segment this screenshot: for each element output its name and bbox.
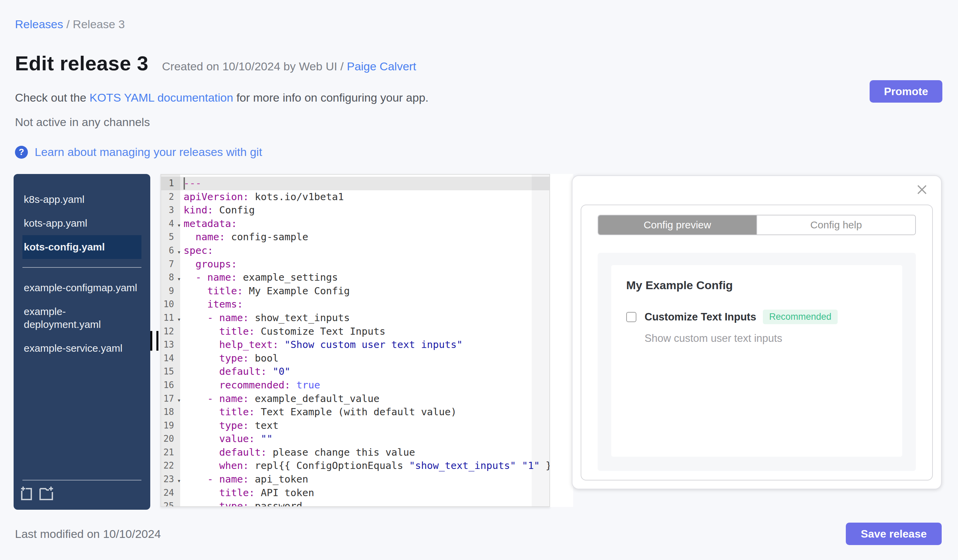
- code-line-content: spec:: [180, 244, 549, 258]
- line-number: 17▾: [161, 392, 180, 406]
- code-line-4[interactable]: 4▾metadata:: [161, 217, 549, 231]
- line-number: 2: [161, 190, 180, 204]
- doc-text-prefix: Check out the: [15, 91, 89, 104]
- code-line-1[interactable]: 1---: [161, 177, 549, 190]
- sidebar-file-k8s-app.yaml[interactable]: k8s-app.yaml: [22, 188, 141, 211]
- fold-arrow-icon[interactable]: ▾: [177, 474, 181, 487]
- config-card: My Example Config Customize Text Inputs …: [611, 265, 902, 457]
- config-preview-panel: Config previewConfig help My Example Con…: [572, 176, 942, 489]
- code-line-9[interactable]: 9 title: My Example Config: [161, 285, 549, 298]
- resize-bar: [156, 331, 159, 351]
- config-item-label: Customize Text Inputs: [645, 311, 756, 323]
- code-line-content: title: My Example Config: [180, 285, 549, 298]
- author-link[interactable]: Paige Calvert: [347, 60, 416, 73]
- tab-config-help[interactable]: Config help: [757, 215, 915, 234]
- line-number: 21: [161, 446, 180, 459]
- code-line-19[interactable]: 19 type: text: [161, 419, 549, 433]
- code-line-23[interactable]: 23▾ - name: api_token: [161, 473, 549, 486]
- fold-arrow-icon[interactable]: ▾: [177, 245, 181, 259]
- code-line-7[interactable]: 7 groups:: [161, 258, 549, 271]
- code-line-content: apiVersion: kots.io/v1beta1: [180, 190, 549, 204]
- line-number: 10: [161, 298, 180, 311]
- channel-status: Not active in any channels: [15, 115, 150, 129]
- fold-arrow-icon[interactable]: ▾: [177, 218, 181, 232]
- code-line-16[interactable]: 16 recommended: true: [161, 378, 549, 392]
- code-line-content: value: "": [180, 432, 549, 446]
- git-docs-link[interactable]: Learn about managing your releases with …: [35, 146, 262, 159]
- code-line-content: title: Text Example (with default value): [180, 405, 549, 419]
- file-list: k8s-app.yamlkots-app.yamlkots-config.yam…: [14, 188, 150, 360]
- code-line-20[interactable]: 20 value: "": [161, 432, 549, 446]
- line-number: 20: [161, 432, 180, 446]
- close-icon[interactable]: [915, 183, 929, 196]
- line-number: 18: [161, 405, 180, 419]
- editor-scrollbar[interactable]: [532, 175, 549, 506]
- line-number: 9: [161, 285, 180, 298]
- yaml-code-editor[interactable]: 1---2apiVersion: kots.io/v1beta13kind: C…: [160, 174, 550, 507]
- tab-config-preview[interactable]: Config preview: [598, 215, 757, 234]
- line-number: 12: [161, 325, 180, 339]
- code-line-13[interactable]: 13 help_text: "Show custom user text inp…: [161, 338, 549, 352]
- code-line-content: help_text: "Show custom user text inputs…: [180, 338, 549, 352]
- kots-yaml-doc-link[interactable]: KOTS YAML documentation: [89, 91, 233, 104]
- sidebar-file-kots-config.yaml[interactable]: kots-config.yaml: [22, 235, 141, 259]
- code-line-17[interactable]: 17▾ - name: example_default_value: [161, 392, 549, 406]
- code-line-content: type: bool: [180, 352, 549, 365]
- sidebar-file-kots-app.yaml[interactable]: kots-app.yaml: [22, 211, 141, 235]
- code-line-5[interactable]: 5 name: config-sample: [161, 230, 549, 244]
- breadcrumb-current: Release 3: [73, 18, 125, 30]
- code-line-25[interactable]: 25 type: password: [161, 500, 549, 507]
- config-item-help-text: Show custom user text inputs: [645, 332, 887, 345]
- title-row: Edit release 3 Created on 10/10/2024 by …: [15, 52, 416, 75]
- code-line-content: recommended: true: [180, 378, 549, 392]
- code-line-2[interactable]: 2apiVersion: kots.io/v1beta1: [161, 190, 549, 204]
- code-line-10[interactable]: 10 items:: [161, 298, 549, 311]
- line-number: 8▾: [161, 271, 180, 285]
- save-release-button[interactable]: Save release: [846, 523, 942, 545]
- code-line-15[interactable]: 15 default: "0": [161, 365, 549, 378]
- file-list-divider: [22, 267, 141, 268]
- line-number: 14: [161, 352, 180, 365]
- code-line-content: type: text: [180, 419, 549, 433]
- code-line-24[interactable]: 24 title: API token: [161, 486, 549, 500]
- line-number: 25: [161, 500, 180, 507]
- panel-gutter: [550, 174, 573, 507]
- fold-arrow-icon[interactable]: ▾: [177, 394, 181, 407]
- code-line-12[interactable]: 12 title: Customize Text Inputs: [161, 325, 549, 339]
- code-line-content: default: "0": [180, 365, 549, 378]
- recommended-badge: Recommended: [763, 310, 837, 324]
- git-help-row[interactable]: ? Learn about managing your releases wit…: [15, 146, 262, 159]
- code-line-content: - name: api_token: [180, 473, 549, 486]
- question-circle-icon: ?: [15, 146, 28, 159]
- fold-arrow-icon[interactable]: ▾: [177, 272, 181, 286]
- promote-button[interactable]: Promote: [869, 80, 942, 103]
- code-line-6[interactable]: 6▾spec:: [161, 244, 549, 258]
- config-item-row: Customize Text Inputs Recommended: [626, 310, 887, 324]
- line-number: 6▾: [161, 244, 180, 258]
- sidebar-file-example-deployment.yaml[interactable]: example-deployment.yaml: [22, 300, 141, 336]
- line-number: 3: [161, 204, 180, 217]
- code-line-11[interactable]: 11▾ - name: show_text_inputs: [161, 311, 549, 325]
- customize-text-inputs-checkbox[interactable]: [626, 312, 636, 322]
- code-line-22[interactable]: 22 when: repl{{ ConfigOptionEquals "show…: [161, 459, 549, 473]
- breadcrumb-separator: /: [66, 18, 73, 30]
- code-line-3[interactable]: 3kind: Config: [161, 204, 549, 217]
- panel-resize-handle-left[interactable]: [150, 331, 159, 351]
- code-line-content: name: config-sample: [180, 230, 549, 244]
- sidebar-file-example-configmap.yaml[interactable]: example-configmap.yaml: [22, 276, 141, 300]
- code-line-content: - name: example_default_value: [180, 392, 549, 406]
- breadcrumb-releases-link[interactable]: Releases: [15, 18, 63, 30]
- code-line-8[interactable]: 8▾ - name: example_settings: [161, 271, 549, 285]
- code-lines: 1---2apiVersion: kots.io/v1beta13kind: C…: [161, 177, 549, 507]
- code-line-14[interactable]: 14 type: bool: [161, 352, 549, 365]
- sidebar-file-example-service.yaml[interactable]: example-service.yaml: [22, 336, 141, 360]
- new-file-icon[interactable]: [20, 486, 33, 504]
- code-line-21[interactable]: 21 default: please change this value: [161, 446, 549, 459]
- new-folder-icon[interactable]: [40, 486, 54, 504]
- code-line-content: groups:: [180, 258, 549, 271]
- config-preview-box: Config previewConfig help My Example Con…: [581, 204, 933, 481]
- config-tabs: Config previewConfig help: [598, 215, 916, 235]
- line-number: 4▾: [161, 217, 180, 231]
- fold-arrow-icon[interactable]: ▾: [177, 313, 181, 326]
- code-line-18[interactable]: 18 title: Text Example (with default val…: [161, 405, 549, 419]
